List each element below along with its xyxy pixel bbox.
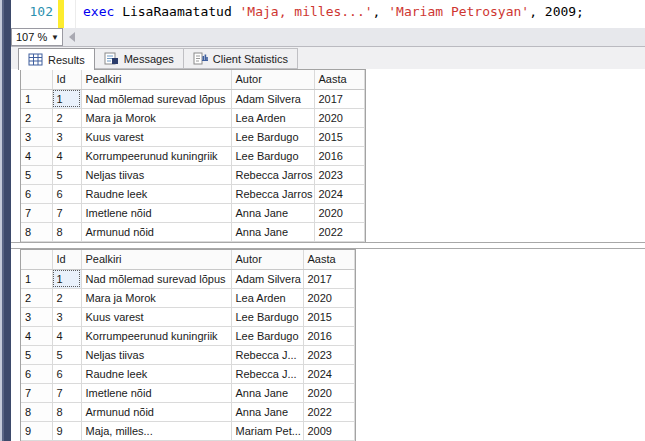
grid-cell[interactable]: Anna Jane (231, 203, 314, 222)
grid-cell[interactable]: 2022 (303, 402, 354, 421)
grid-cell[interactable]: 4 (52, 146, 81, 165)
code-line[interactable]: exec LisaRaamatatud 'Maja, milles...', '… (76, 4, 584, 19)
grid-cell[interactable]: Imetlene nõid (81, 203, 231, 222)
grid-cell[interactable]: Korrumpeerunud kuningriik (81, 326, 231, 345)
row-header-cell[interactable]: 1 (21, 89, 52, 108)
grid-cell[interactable]: Rebecca J... (231, 364, 303, 383)
editor-zoom-dropdown[interactable]: 107 % ▼ (11, 28, 63, 46)
row-header-cell[interactable]: 8 (21, 402, 52, 421)
grid-cell[interactable]: 2016 (303, 326, 354, 345)
row-header-cell[interactable]: 8 (21, 222, 52, 241)
grid-cell[interactable]: 6 (52, 184, 81, 203)
grid-cell[interactable]: 2 (52, 108, 81, 127)
row-header-cell[interactable]: 6 (21, 364, 52, 383)
grid-cell[interactable]: 3 (52, 127, 81, 146)
grid-cell[interactable]: Korrumpeerunud kuningriik (81, 146, 231, 165)
grid-cell[interactable]: 2024 (314, 184, 364, 203)
grid-cell[interactable]: 2 (52, 288, 81, 307)
grid-cell[interactable]: Adam Silvera (231, 269, 303, 288)
column-header[interactable] (21, 70, 52, 89)
grid-cell[interactable]: Kuus varest (81, 307, 231, 326)
grid-cell[interactable]: 4 (52, 326, 81, 345)
editor-line[interactable]: 102exec LisaRaamatatud 'Maja, milles...'… (11, 0, 645, 22)
column-header[interactable]: Autor (231, 70, 314, 89)
row-header-cell[interactable]: 4 (21, 146, 52, 165)
row-header-cell[interactable]: 4 (21, 326, 52, 345)
grid-cell[interactable]: 8 (52, 222, 81, 241)
grid-cell[interactable]: Rebecca J... (231, 345, 303, 364)
grid-cell[interactable]: 2017 (303, 269, 354, 288)
grid-cell[interactable]: Anna Jane (231, 222, 314, 241)
row-header-cell[interactable]: 5 (21, 345, 52, 364)
grid-cell[interactable]: Raudne leek (81, 184, 231, 203)
grid-cell[interactable]: 2020 (314, 108, 364, 127)
grid-cell[interactable]: 2022 (314, 222, 364, 241)
grid-cell[interactable]: 2016 (314, 146, 364, 165)
grid-cell[interactable]: Lee Bardugo (231, 127, 314, 146)
grid-cell[interactable]: 2009 (303, 421, 354, 440)
grid-cell[interactable]: 7 (52, 383, 81, 402)
grid-cell[interactable]: 2020 (314, 203, 364, 222)
grid-cell[interactable]: Raudne leek (81, 364, 231, 383)
grid-cell[interactable]: 8 (52, 402, 81, 421)
grid-cell[interactable]: 2015 (303, 307, 354, 326)
grid-cell[interactable]: Nad mõlemad surevad lõpus (81, 89, 231, 108)
grid-cell[interactable]: Adam Silvera (231, 89, 314, 108)
grid-cell[interactable]: 7 (52, 203, 81, 222)
grid-cell[interactable]: Neljas tiivas (81, 345, 231, 364)
grid-cell[interactable]: 5 (52, 345, 81, 364)
grid-cell[interactable]: Kuus varest (81, 127, 231, 146)
grid-cell[interactable]: Armunud nõid (81, 222, 231, 241)
column-header[interactable]: Pealkiri (81, 250, 231, 269)
grid-cell[interactable]: Lee Bardugo (231, 307, 303, 326)
chevron-down-icon[interactable]: ▼ (48, 33, 62, 42)
grid-cell[interactable]: 2023 (314, 165, 364, 184)
grid-cell[interactable]: 3 (52, 307, 81, 326)
row-header-cell[interactable]: 3 (21, 307, 52, 326)
grid-cell[interactable]: Imetlene nõid (81, 383, 231, 402)
grid-cell[interactable]: 6 (52, 364, 81, 383)
column-header[interactable]: Aasta (314, 70, 364, 89)
grid-cell[interactable]: Maja, milles... (81, 421, 231, 440)
grid-cell[interactable]: Rebecca Jarros (231, 165, 314, 184)
grid-cell[interactable]: Armunud nõid (81, 402, 231, 421)
scroll-left-arrow-icon[interactable] (69, 32, 75, 42)
column-header[interactable]: Aasta (303, 250, 354, 269)
grid-cell[interactable]: 2023 (303, 345, 354, 364)
column-header[interactable]: Autor (231, 250, 303, 269)
tab-client-statistics[interactable]: Client Statistics (184, 48, 298, 69)
sql-editor[interactable]: 102exec LisaRaamatatud 'Maja, milles...'… (11, 0, 645, 28)
row-header-cell[interactable]: 7 (21, 203, 52, 222)
column-header[interactable]: Id (52, 250, 81, 269)
grid-cell[interactable]: Mara ja Morok (81, 108, 231, 127)
row-header-cell[interactable]: 5 (21, 165, 52, 184)
grid-cell[interactable]: 5 (52, 165, 81, 184)
row-header-cell[interactable]: 3 (21, 127, 52, 146)
grid-cell[interactable]: Lee Bardugo (231, 146, 314, 165)
grid-cell[interactable]: Anna Jane (231, 383, 303, 402)
grid-cell[interactable]: Neljas tiivas (81, 165, 231, 184)
grid-cell[interactable]: Lee Bardugo (231, 326, 303, 345)
grid-cell[interactable]: Mariam Pet... (231, 421, 303, 440)
grid-cell[interactable]: 1 (52, 89, 81, 108)
row-header-cell[interactable]: 1 (21, 269, 52, 288)
grid-cell[interactable]: 2020 (303, 383, 354, 402)
row-header-cell[interactable]: 6 (21, 184, 52, 203)
grid-cell[interactable]: Lea Arden (231, 288, 303, 307)
row-header-cell[interactable]: 9 (21, 421, 52, 440)
tab-messages[interactable]: Messages (95, 48, 184, 69)
tab-results[interactable]: Results (18, 48, 95, 70)
grid-cell[interactable]: 1 (52, 269, 81, 288)
grid-cell[interactable]: Mara ja Morok (81, 288, 231, 307)
row-header-cell[interactable]: 7 (21, 383, 52, 402)
grid-cell[interactable]: 2024 (303, 364, 354, 383)
grid-splitter[interactable] (11, 242, 645, 249)
grid-cell[interactable]: 2015 (314, 127, 364, 146)
column-header[interactable] (21, 250, 52, 269)
column-header[interactable]: Id (52, 70, 81, 89)
grid-cell[interactable]: 2020 (303, 288, 354, 307)
grid-cell[interactable]: Nad mõlemad surevad lõpus (81, 269, 231, 288)
row-header-cell[interactable]: 2 (21, 108, 52, 127)
grid-cell[interactable]: Lea Arden (231, 108, 314, 127)
row-header-cell[interactable]: 2 (21, 288, 52, 307)
